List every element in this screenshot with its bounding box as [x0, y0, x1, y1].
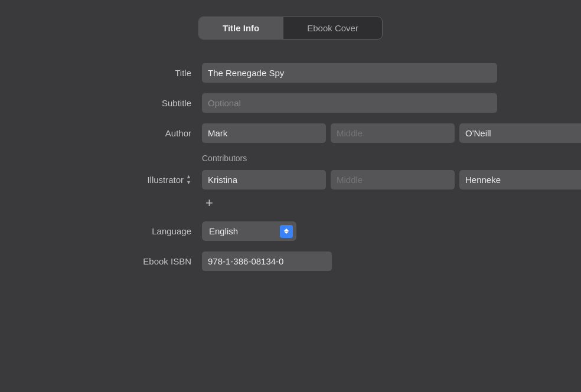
language-select[interactable]: English French German Spanish [202, 221, 296, 241]
author-last-input[interactable] [459, 123, 581, 143]
illustrator-row: Illustrator ▲ ▼ ✕ [84, 170, 497, 190]
illustrator-last-input[interactable] [459, 170, 581, 190]
tab-title-info[interactable]: Title Info [199, 17, 283, 39]
form-area: Title Subtitle Author Contributors Illus… [84, 63, 497, 282]
illustrator-label-wrap: Illustrator ▲ ▼ [84, 174, 202, 185]
contributors-header: Contributors [202, 153, 497, 163]
add-contributor-button[interactable]: + [202, 195, 217, 211]
tab-bar: Title Info Ebook Cover [198, 17, 383, 40]
title-label: Title [84, 68, 202, 78]
author-middle-input[interactable] [331, 123, 455, 143]
author-fields [202, 123, 581, 143]
illustrator-first-input[interactable] [202, 170, 326, 190]
tab-ebook-cover[interactable]: Ebook Cover [283, 17, 382, 39]
language-label: Language [84, 226, 202, 236]
language-row: Language English French German Spanish [84, 221, 497, 241]
illustrator-type-stepper[interactable]: ▲ ▼ [186, 174, 191, 185]
language-select-wrap: English French German Spanish [202, 221, 296, 241]
contributors-label: Contributors [202, 153, 247, 163]
title-row: Title [84, 63, 497, 83]
isbn-label: Ebook ISBN [84, 256, 202, 266]
isbn-row: Ebook ISBN [84, 251, 497, 271]
chevron-up-icon: ▲ [186, 174, 191, 179]
subtitle-label: Subtitle [84, 98, 202, 108]
isbn-input[interactable] [202, 251, 332, 271]
subtitle-row: Subtitle [84, 93, 497, 113]
subtitle-input[interactable] [202, 93, 497, 113]
author-first-input[interactable] [202, 123, 326, 143]
title-input[interactable] [202, 63, 497, 83]
illustrator-fields [202, 170, 581, 190]
add-contributor-row: + [202, 195, 497, 211]
author-row: Author [84, 123, 497, 143]
illustrator-middle-input[interactable] [331, 170, 455, 190]
illustrator-label: Illustrator [147, 175, 184, 185]
chevron-down-icon: ▼ [186, 180, 191, 185]
author-label: Author [84, 128, 202, 138]
